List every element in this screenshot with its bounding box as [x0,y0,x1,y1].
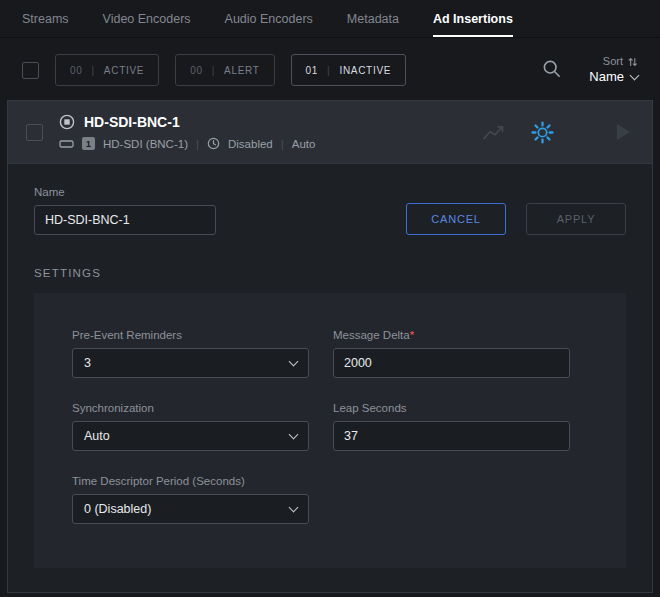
meta-separator: | [281,138,284,150]
time-descriptor-period-label: Time Descriptor Period (Seconds) [72,475,309,487]
gear-icon [531,121,554,144]
settings-panel: Pre-Event Reminders 3 Message Delta* Syn… [34,293,626,568]
start-button[interactable] [612,120,634,144]
settings-button[interactable] [529,119,556,146]
field-synchronization: Synchronization Auto [72,402,309,451]
message-delta-label-text: Message Delta [333,329,410,341]
statistics-button[interactable] [480,121,507,144]
chevron-down-icon [630,70,640,80]
device-form: Name CANCEL APPLY SETTINGS Pre-Event Rem… [8,164,652,592]
filter-bar: 00 | ACTIVE 00 | ALERT 01 | INACTIVE Sor… [0,38,660,100]
meta-separator: | [196,138,199,150]
device-status: Disabled [228,138,273,150]
filter-alert-button[interactable]: 00 | ALERT [175,54,274,86]
device-meta-row: 1 HD-SDI (BNC-1) | Disabled | Auto [59,137,315,150]
filter-separator: | [327,65,330,76]
filter-separator: | [92,65,95,76]
device-actions [480,119,634,146]
name-label: Name [34,186,216,198]
device-card: HD-SDI-BNC-1 1 HD-SDI (BNC-1) | Disabled… [7,100,653,593]
device-checkbox[interactable] [26,124,43,141]
active-count: 00 [70,65,83,76]
play-icon [614,122,632,142]
name-row: Name CANCEL APPLY [34,186,626,235]
tab-ad-insertions[interactable]: Ad Insertions [433,0,513,37]
field-message-delta: Message Delta* [333,329,570,378]
time-descriptor-period-value: 0 (Disabled) [84,502,151,516]
chart-trend-icon [482,123,505,142]
time-descriptor-period-select[interactable]: 0 (Disabled) [72,494,309,524]
device-mode: Auto [292,138,316,150]
chevron-down-icon [289,356,299,366]
field-time-descriptor-period: Time Descriptor Period (Seconds) 0 (Disa… [72,475,309,524]
inactive-label: INACTIVE [339,65,391,76]
chevron-down-icon [289,502,299,512]
tab-metadata[interactable]: Metadata [347,0,399,37]
filter-inactive-button[interactable]: 01 | INACTIVE [291,54,407,86]
active-label: ACTIVE [104,65,144,76]
device-title-block: HD-SDI-BNC-1 1 HD-SDI (BNC-1) | Disabled… [59,114,315,150]
inactive-count: 01 [306,65,319,76]
stop-record-icon [59,114,75,130]
tab-video-encoders[interactable]: Video Encoders [103,0,191,37]
sort-arrows-icon [627,56,638,68]
chevron-down-icon [289,429,299,439]
tab-streams[interactable]: Streams [22,0,69,37]
pre-event-reminders-value: 3 [84,356,91,370]
sort-label: Sort [603,54,623,68]
synchronization-select[interactable]: Auto [72,421,309,451]
input-type: HD-SDI (BNC-1) [103,138,188,150]
leap-seconds-input[interactable] [333,421,570,451]
settings-heading: SETTINGS [34,267,626,279]
field-pre-event-reminders: Pre-Event Reminders 3 [72,329,309,378]
message-delta-label: Message Delta* [333,329,570,341]
message-delta-input[interactable] [333,348,570,378]
device-card-header: HD-SDI-BNC-1 1 HD-SDI (BNC-1) | Disabled… [8,101,652,164]
apply-button[interactable]: APPLY [526,203,626,235]
pre-event-reminders-select[interactable]: 3 [72,348,309,378]
select-all-checkbox[interactable] [22,62,39,79]
synchronization-label: Synchronization [72,402,309,414]
synchronization-value: Auto [84,429,110,443]
name-input[interactable] [34,205,216,235]
pre-event-reminders-label: Pre-Event Reminders [72,329,309,341]
top-nav: Streams Video Encoders Audio Encoders Me… [0,0,660,38]
input-count-badge: 1 [82,137,95,150]
sort-control[interactable]: Sort Name [589,54,638,85]
filter-separator: | [212,65,215,76]
tab-audio-encoders[interactable]: Audio Encoders [225,0,313,37]
input-connector-icon [59,139,74,149]
alert-count: 00 [190,65,203,76]
search-icon [542,59,561,78]
leap-seconds-label: Leap Seconds [333,402,570,414]
search-button[interactable] [538,55,565,85]
device-title: HD-SDI-BNC-1 [84,114,180,130]
required-mark: * [410,329,414,341]
clock-icon [207,137,220,150]
alert-label: ALERT [224,65,260,76]
filter-active-button[interactable]: 00 | ACTIVE [55,54,159,86]
cancel-button[interactable]: CANCEL [406,203,506,235]
field-leap-seconds: Leap Seconds [333,402,570,451]
sort-value: Name [589,69,624,86]
